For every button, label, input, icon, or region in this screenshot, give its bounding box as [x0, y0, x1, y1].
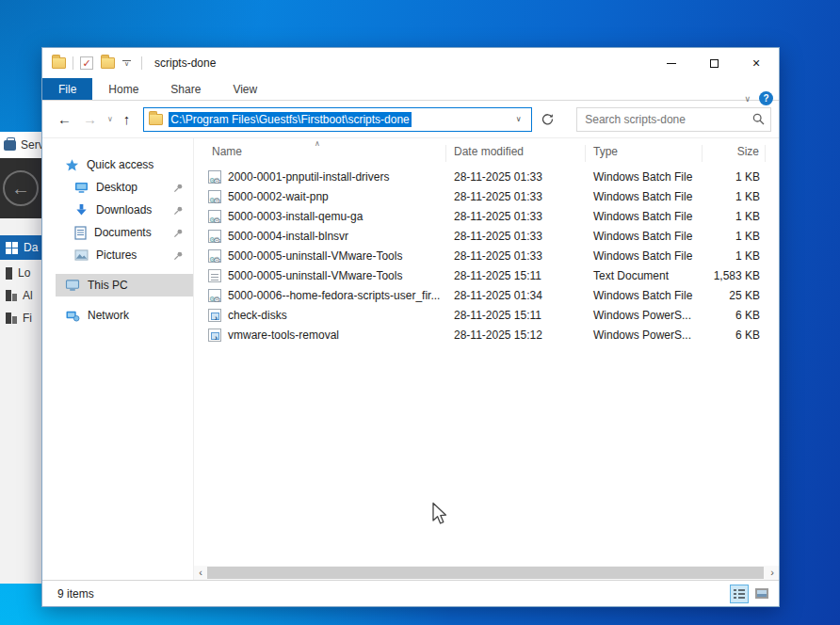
sidebar-item-documents[interactable]: Documents	[42, 221, 193, 244]
file-date: 28-11-2025 01:33	[446, 249, 586, 263]
file-size: 1,583 KB	[703, 269, 766, 282]
file-size: 25 KB	[703, 289, 766, 302]
file-date: 28-11-2025 15:11	[446, 309, 586, 322]
sidebar-item-quick-access[interactable]: Quick access	[42, 153, 193, 176]
qat-properties-icon[interactable]: ✓	[80, 56, 93, 70]
file-icon	[208, 210, 221, 223]
file-row[interactable]: 5000-0005-uninstall-VMware-Tools 28-11-2…	[194, 246, 779, 265]
back-circle-icon[interactable]: ←	[3, 170, 39, 206]
search-input[interactable]	[585, 113, 752, 126]
titlebar[interactable]: ✓ ∨ scripts-done ×	[42, 48, 779, 78]
recent-locations-chevron-icon[interactable]: ∨	[107, 115, 113, 123]
file-date: 28-11-2025 01:33	[446, 190, 586, 203]
pin-icon	[173, 205, 184, 216]
qat-newfolder-icon[interactable]	[101, 57, 115, 69]
file-row[interactable]: 2000-0001-pnputil-install-drivers 28-11-…	[194, 167, 779, 186]
refresh-icon	[541, 113, 554, 125]
file-size: 1 KB	[703, 210, 766, 223]
file-icon	[208, 269, 221, 282]
close-button[interactable]: ×	[741, 48, 771, 78]
column-headers: ∧ Name Date modified Type Size	[194, 138, 779, 163]
column-header-name[interactable]: Name	[194, 145, 446, 162]
help-icon[interactable]: ?	[759, 91, 773, 105]
file-size: 1 KB	[703, 170, 766, 184]
file-row[interactable]: 5000-0003-install-qemu-ga 28-11-2025 01:…	[194, 206, 779, 226]
file-icon	[208, 230, 221, 243]
dashboard-icon	[6, 242, 18, 254]
file-type: Windows PowerS...	[586, 309, 703, 322]
network-icon	[65, 310, 80, 322]
sidebar-item-downloads[interactable]: Downloads	[42, 199, 193, 221]
address-path[interactable]: C:\Program Files\Guestfs\Firstboot\scrip…	[169, 112, 411, 127]
navigation-pane: Quick access Desktop Do	[42, 138, 194, 580]
back-button[interactable]: ←	[57, 111, 72, 127]
sm-nav-file-storage[interactable]: Fi	[0, 307, 41, 329]
address-bar[interactable]: C:\Program Files\Guestfs\Firstboot\scrip…	[143, 107, 531, 132]
file-name: 2000-0001-pnputil-install-drivers	[228, 170, 389, 184]
server-manager-window: Serv ← Da Lo Al Fi	[0, 132, 41, 584]
sidebar-item-desktop[interactable]: Desktop	[42, 176, 193, 199]
server-icon	[6, 267, 12, 280]
tab-share[interactable]: Share	[154, 78, 217, 100]
column-header-size[interactable]: Size	[703, 145, 766, 162]
file-icon	[208, 289, 221, 302]
tab-view[interactable]: View	[217, 78, 273, 100]
search-box[interactable]	[576, 107, 771, 132]
file-date: 28-11-2025 15:12	[446, 329, 586, 342]
server-manager-icon	[4, 140, 16, 151]
up-button[interactable]: ↑	[123, 111, 131, 127]
column-header-date-modified[interactable]: Date modified	[446, 145, 586, 162]
navigation-toolbar: ← → ∨ ↑ C:\Program Files\Guestfs\Firstbo…	[42, 101, 779, 138]
thumbnails-view-icon	[755, 588, 768, 599]
sidebar-item-this-pc[interactable]: This PC	[56, 274, 193, 296]
caption-buttons: ×	[644, 48, 779, 78]
explorer-window: ✓ ∨ scripts-done × File Home Share View …	[41, 47, 780, 607]
status-bar: 9 items	[42, 580, 779, 606]
address-dropdown-chevron-icon[interactable]: ∨	[510, 115, 527, 123]
file-row[interactable]: 5000-0005-uninstall-VMware-Tools 28-11-2…	[194, 265, 779, 285]
star-icon	[65, 158, 79, 172]
server-manager-title: Serv	[21, 138, 41, 152]
file-type: Windows Batch File	[586, 190, 703, 203]
file-date: 28-11-2025 01:33	[446, 170, 586, 184]
details-view-button[interactable]	[730, 585, 749, 603]
sort-ascending-icon[interactable]: ∧	[315, 139, 320, 148]
sidebar-item-pictures[interactable]: Pictures	[42, 244, 193, 266]
pin-icon	[173, 228, 184, 238]
file-name: 5000-0003-install-qemu-ga	[228, 210, 363, 223]
expand-ribbon-chevron-icon[interactable]: ∨	[744, 94, 751, 104]
search-icon	[752, 113, 765, 125]
file-row[interactable]: check-disks 28-11-2025 15:11 Windows Pow…	[194, 305, 779, 325]
file-name: 5000-0006--home-fedora-scripts-user_fir.…	[228, 289, 440, 302]
sm-nav-dashboard[interactable]: Da	[0, 235, 41, 260]
thumbnails-view-button[interactable]	[752, 585, 771, 603]
file-row[interactable]: 5000-0002-wait-pnp 28-11-2025 01:33 Wind…	[194, 186, 779, 206]
sidebar-item-network[interactable]: Network	[42, 304, 193, 327]
file-type: Windows Batch File	[586, 170, 703, 184]
file-list-area: ∧ Name Date modified Type Size 2000-0001…	[194, 138, 779, 580]
minimize-button[interactable]	[656, 48, 687, 78]
forward-button[interactable]: →	[83, 111, 97, 127]
tab-home[interactable]: Home	[92, 78, 154, 100]
server-manager-titlebar: Serv	[0, 132, 41, 158]
file-date: 28-11-2025 01:34	[446, 289, 586, 302]
file-row[interactable]: vmware-tools-removal 28-11-2025 15:12 Wi…	[194, 325, 779, 345]
sm-nav-all-servers[interactable]: Al	[0, 284, 41, 307]
file-row[interactable]: 5000-0004-install-blnsvr 28-11-2025 01:3…	[194, 226, 779, 246]
maximize-button[interactable]	[699, 48, 729, 78]
tab-file[interactable]: File	[42, 78, 92, 100]
scroll-right-icon[interactable]: ›	[766, 566, 779, 580]
file-row[interactable]: 5000-0006--home-fedora-scripts-user_fir.…	[194, 285, 779, 305]
horizontal-scrollbar[interactable]: ‹ ›	[194, 566, 779, 580]
scroll-left-icon[interactable]: ‹	[194, 566, 207, 580]
file-name: 5000-0002-wait-pnp	[228, 190, 329, 203]
items-count: 9 items	[57, 587, 94, 601]
scrollbar-track[interactable]	[207, 566, 766, 580]
file-type: Windows Batch File	[586, 210, 703, 223]
qat-customize-chevron-icon[interactable]: ∨	[122, 60, 131, 67]
file-size: 1 KB	[703, 230, 766, 243]
column-header-type[interactable]: Type	[586, 145, 703, 162]
scrollbar-thumb[interactable]	[207, 567, 764, 579]
sm-nav-local-server[interactable]: Lo	[0, 262, 41, 284]
refresh-button[interactable]	[536, 107, 560, 132]
